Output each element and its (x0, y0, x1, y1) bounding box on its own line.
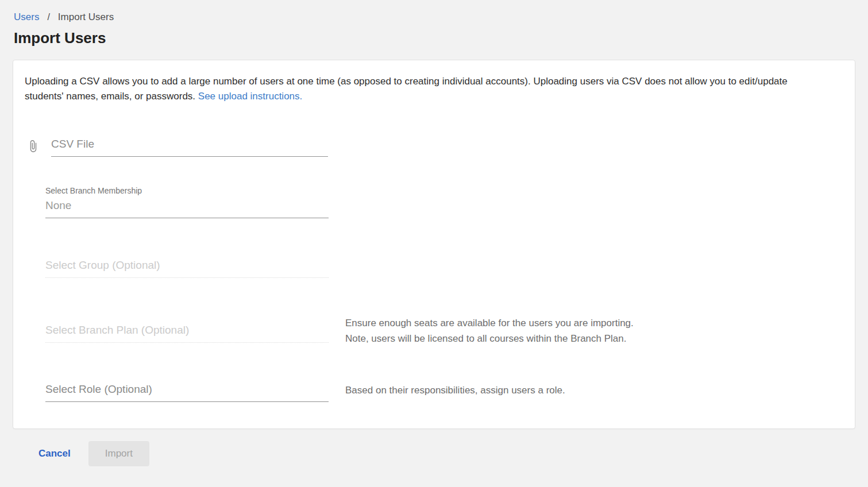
branch-plan-helper-text: Ensure enough seats are available for th… (345, 316, 639, 346)
cancel-button[interactable]: Cancel (38, 448, 71, 459)
branch-membership-label: Select Branch Membership (45, 185, 329, 196)
role-helper-text: Based on their responsibilities, assign … (345, 381, 639, 399)
branch-membership-field: Select Branch Membership (45, 185, 329, 218)
csv-file-row (25, 136, 843, 157)
branch-plan-select[interactable] (45, 322, 329, 343)
role-select[interactable] (45, 381, 329, 402)
csv-file-input[interactable] (51, 136, 328, 157)
role-row: Based on their responsibilities, assign … (25, 381, 843, 402)
role-field (45, 381, 329, 402)
footer-actions: Cancel Import (13, 441, 855, 466)
breadcrumb-separator: / (47, 12, 49, 22)
import-users-page: Users / Import Users Import Users Upload… (0, 0, 868, 466)
csv-file-field-wrap (51, 136, 328, 157)
import-card: Uploading a CSV allows you to add a larg… (13, 60, 855, 429)
branch-plan-field (45, 316, 329, 343)
intro-text: Uploading a CSV allows you to add a larg… (25, 74, 823, 104)
page-title: Import Users (13, 28, 855, 48)
group-select[interactable] (45, 257, 329, 278)
import-button[interactable]: Import (88, 441, 149, 466)
breadcrumb-link-users[interactable]: Users (14, 11, 39, 23)
upload-instructions-link[interactable]: See upload instructions. (198, 91, 302, 102)
breadcrumb-current: Import Users (58, 11, 114, 23)
group-field (45, 257, 329, 278)
branch-plan-row: Ensure enough seats are available for th… (25, 316, 843, 346)
intro-description: Uploading a CSV allows you to add a larg… (25, 76, 788, 102)
paperclip-icon (25, 136, 51, 156)
branch-membership-select[interactable] (45, 198, 329, 218)
breadcrumb: Users / Import Users (13, 11, 855, 23)
